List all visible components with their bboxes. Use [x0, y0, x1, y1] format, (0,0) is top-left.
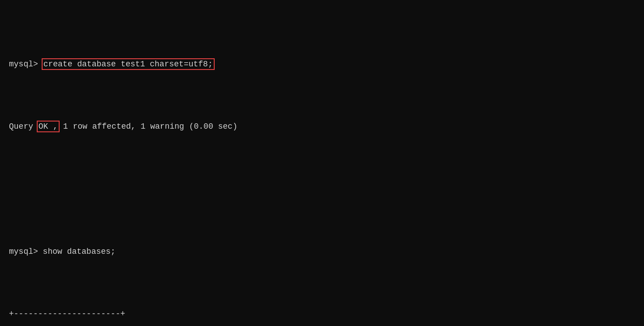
blank-line-1 — [9, 183, 635, 196]
table1-sep1: +----------------------+ — [9, 308, 635, 321]
cmd2-prompt: mysql> show databases; — [9, 247, 116, 256]
query-ok-text: Query — [9, 122, 38, 131]
cmd1-prompt: mysql> — [9, 60, 43, 69]
query-ok-rest: 1 row affected, 1 warning (0.00 sec) — [58, 122, 238, 131]
terminal-output: mysql> create database test1 charset=utf… — [9, 8, 635, 326]
cmd1-line: mysql> create database test1 charset=utf… — [9, 58, 635, 71]
query-ok-highlight: OK , — [38, 122, 58, 131]
cmd2-line: mysql> show databases; — [9, 246, 635, 258]
cmd1-result-line: Query OK , 1 row affected, 1 warning (0.… — [9, 121, 635, 133]
cmd1-code-highlight: create database test1 charset=utf8; — [43, 60, 213, 69]
